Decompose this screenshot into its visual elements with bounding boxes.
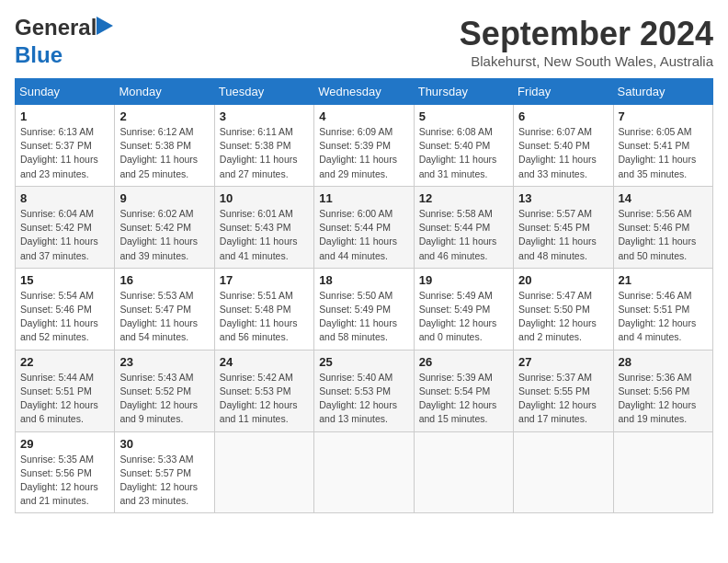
calendar-cell: 28Sunrise: 5:36 AMSunset: 5:56 PMDayligh… [613, 350, 712, 431]
day-number: 20 [518, 273, 608, 287]
calendar-cell: 2Sunrise: 6:12 AMSunset: 5:38 PMDaylight… [115, 105, 214, 187]
calendar-cell: 7Sunrise: 6:05 AMSunset: 5:41 PMDaylight… [613, 105, 712, 187]
day-info: Sunrise: 6:00 AMSunset: 5:44 PMDaylight:… [319, 207, 408, 263]
calendar-cell: 27Sunrise: 5:37 AMSunset: 5:55 PMDayligh… [514, 350, 613, 431]
calendar-day-header: Monday [115, 79, 214, 105]
day-number: 9 [119, 191, 209, 205]
day-info: Sunrise: 6:13 AMSunset: 5:37 PMDaylight:… [20, 125, 109, 181]
calendar-table: SundayMondayTuesdayWednesdayThursdayFrid… [15, 78, 713, 513]
day-info: Sunrise: 5:44 AMSunset: 5:51 PMDaylight:… [20, 371, 109, 427]
day-info: Sunrise: 6:01 AMSunset: 5:43 PMDaylight:… [220, 207, 309, 263]
day-number: 21 [619, 273, 708, 287]
day-info: Sunrise: 5:53 AMSunset: 5:47 PMDaylight:… [119, 289, 209, 345]
day-number: 30 [119, 437, 209, 451]
day-info: Sunrise: 6:02 AMSunset: 5:42 PMDaylight:… [119, 207, 209, 263]
day-info: Sunrise: 5:39 AMSunset: 5:54 PMDaylight:… [419, 371, 508, 427]
day-info: Sunrise: 6:11 AMSunset: 5:38 PMDaylight:… [220, 125, 309, 181]
day-info: Sunrise: 6:09 AMSunset: 5:39 PMDaylight:… [319, 125, 408, 181]
logo: General Blue [15, 15, 97, 68]
calendar-cell: 15Sunrise: 5:54 AMSunset: 5:46 PMDayligh… [16, 268, 115, 350]
calendar-week-row: 29Sunrise: 5:35 AMSunset: 5:56 PMDayligh… [16, 431, 713, 513]
day-info: Sunrise: 5:33 AMSunset: 5:57 PMDaylight:… [119, 453, 209, 509]
calendar-day-header: Thursday [414, 79, 513, 105]
day-number: 7 [619, 109, 708, 123]
calendar-cell: 19Sunrise: 5:49 AMSunset: 5:49 PMDayligh… [414, 268, 513, 350]
calendar-cell: 11Sunrise: 6:00 AMSunset: 5:44 PMDayligh… [314, 186, 414, 268]
day-number: 8 [20, 191, 109, 205]
calendar-cell: 9Sunrise: 6:02 AMSunset: 5:42 PMDaylight… [115, 186, 214, 268]
calendar-cell: 10Sunrise: 6:01 AMSunset: 5:43 PMDayligh… [214, 186, 313, 268]
day-number: 1 [20, 109, 109, 123]
day-number: 27 [518, 355, 608, 369]
calendar-cell: 4Sunrise: 6:09 AMSunset: 5:39 PMDaylight… [314, 105, 414, 187]
calendar-cell [314, 431, 414, 513]
day-info: Sunrise: 5:57 AMSunset: 5:45 PMDaylight:… [518, 207, 608, 263]
day-info: Sunrise: 6:12 AMSunset: 5:38 PMDaylight:… [119, 125, 209, 181]
calendar-cell [613, 431, 712, 513]
calendar-cell: 12Sunrise: 5:58 AMSunset: 5:44 PMDayligh… [414, 186, 513, 268]
day-info: Sunrise: 5:47 AMSunset: 5:50 PMDaylight:… [518, 289, 608, 345]
day-number: 28 [619, 355, 708, 369]
day-info: Sunrise: 5:50 AMSunset: 5:49 PMDaylight:… [319, 289, 408, 345]
day-number: 11 [319, 191, 408, 205]
day-number: 29 [20, 437, 109, 451]
day-info: Sunrise: 5:56 AMSunset: 5:46 PMDaylight:… [619, 207, 708, 263]
day-number: 13 [518, 191, 608, 205]
day-number: 14 [619, 191, 708, 205]
calendar-cell: 17Sunrise: 5:51 AMSunset: 5:48 PMDayligh… [214, 268, 313, 350]
calendar-cell: 5Sunrise: 6:08 AMSunset: 5:40 PMDaylight… [414, 105, 513, 187]
calendar-day-header: Friday [514, 79, 613, 105]
day-info: Sunrise: 6:05 AMSunset: 5:41 PMDaylight:… [619, 125, 708, 181]
day-info: Sunrise: 6:04 AMSunset: 5:42 PMDaylight:… [20, 207, 109, 263]
day-info: Sunrise: 5:51 AMSunset: 5:48 PMDaylight:… [220, 289, 309, 345]
calendar-day-header: Sunday [16, 79, 115, 105]
day-number: 3 [220, 109, 309, 123]
month-title: September 2024 [460, 15, 713, 53]
day-info: Sunrise: 5:54 AMSunset: 5:46 PMDaylight:… [20, 289, 109, 345]
logo-blue: Blue [15, 42, 63, 67]
calendar-day-header: Tuesday [214, 79, 313, 105]
day-number: 25 [319, 355, 408, 369]
calendar-cell: 26Sunrise: 5:39 AMSunset: 5:54 PMDayligh… [414, 350, 513, 431]
day-number: 4 [319, 109, 408, 123]
location-subtitle: Blakehurst, New South Wales, Australia [460, 53, 713, 69]
day-info: Sunrise: 5:37 AMSunset: 5:55 PMDaylight:… [518, 371, 608, 427]
calendar-cell: 6Sunrise: 6:07 AMSunset: 5:40 PMDaylight… [514, 105, 613, 187]
day-info: Sunrise: 6:07 AMSunset: 5:40 PMDaylight:… [518, 125, 608, 181]
day-info: Sunrise: 5:36 AMSunset: 5:56 PMDaylight:… [619, 371, 708, 427]
calendar-week-row: 22Sunrise: 5:44 AMSunset: 5:51 PMDayligh… [16, 350, 713, 431]
logo-arrow-icon [97, 17, 113, 35]
day-number: 22 [20, 355, 109, 369]
day-number: 17 [220, 273, 309, 287]
day-info: Sunrise: 6:08 AMSunset: 5:40 PMDaylight:… [419, 125, 508, 181]
logo-general: General [15, 15, 97, 40]
calendar-cell: 24Sunrise: 5:42 AMSunset: 5:53 PMDayligh… [214, 350, 313, 431]
day-number: 26 [419, 355, 508, 369]
day-number: 15 [20, 273, 109, 287]
calendar-cell: 22Sunrise: 5:44 AMSunset: 5:51 PMDayligh… [16, 350, 115, 431]
calendar-cell [514, 431, 613, 513]
day-info: Sunrise: 5:40 AMSunset: 5:53 PMDaylight:… [319, 371, 408, 427]
calendar-cell: 30Sunrise: 5:33 AMSunset: 5:57 PMDayligh… [115, 431, 214, 513]
calendar-week-row: 8Sunrise: 6:04 AMSunset: 5:42 PMDaylight… [16, 186, 713, 268]
day-number: 6 [518, 109, 608, 123]
calendar-cell: 25Sunrise: 5:40 AMSunset: 5:53 PMDayligh… [314, 350, 414, 431]
title-block: September 2024 Blakehurst, New South Wal… [460, 15, 713, 69]
day-number: 2 [119, 109, 209, 123]
day-info: Sunrise: 5:43 AMSunset: 5:52 PMDaylight:… [119, 371, 209, 427]
day-info: Sunrise: 5:58 AMSunset: 5:44 PMDaylight:… [419, 207, 508, 263]
day-number: 24 [220, 355, 309, 369]
calendar-cell: 14Sunrise: 5:56 AMSunset: 5:46 PMDayligh… [613, 186, 712, 268]
day-info: Sunrise: 5:35 AMSunset: 5:56 PMDaylight:… [20, 453, 109, 509]
day-info: Sunrise: 5:42 AMSunset: 5:53 PMDaylight:… [220, 371, 309, 427]
calendar-cell: 21Sunrise: 5:46 AMSunset: 5:51 PMDayligh… [613, 268, 712, 350]
day-number: 5 [419, 109, 508, 123]
calendar-cell: 13Sunrise: 5:57 AMSunset: 5:45 PMDayligh… [514, 186, 613, 268]
calendar-cell [214, 431, 313, 513]
calendar-cell: 16Sunrise: 5:53 AMSunset: 5:47 PMDayligh… [115, 268, 214, 350]
calendar-week-row: 15Sunrise: 5:54 AMSunset: 5:46 PMDayligh… [16, 268, 713, 350]
day-number: 18 [319, 273, 408, 287]
calendar-body: 1Sunrise: 6:13 AMSunset: 5:37 PMDaylight… [16, 105, 713, 513]
day-info: Sunrise: 5:46 AMSunset: 5:51 PMDaylight:… [619, 289, 708, 345]
calendar-cell: 29Sunrise: 5:35 AMSunset: 5:56 PMDayligh… [16, 431, 115, 513]
